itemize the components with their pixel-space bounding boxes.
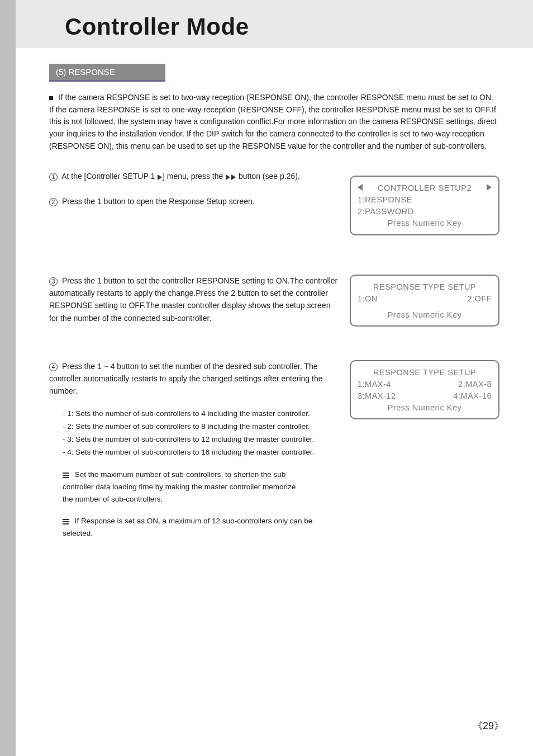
step-number-1-icon: 1 (49, 173, 58, 181)
section-heading: (5) RESPONSE (49, 64, 165, 82)
step-number-2-icon: 2 (49, 198, 58, 206)
substep-1: - 1: Sets the number of sub-controllers … (63, 408, 340, 420)
step-4-text: Press the 1 ~ 4 button to set the number… (49, 362, 323, 396)
lcd1-line2: 2:PASSWORD (358, 206, 492, 218)
step-2: 2 Press the 1 button to open the Respons… (49, 195, 340, 207)
square-bullet-icon (49, 96, 53, 100)
step-3-text: Press the 1 button to set the controller… (49, 276, 337, 323)
lcd3-opt-max4: 1:MAX-4 (358, 379, 391, 390)
lcd-panel-response-max: RESPONSE TYPE SETUP 1:MAX-4 2:MAX-8 3:MA… (350, 360, 499, 419)
step-1: 1 At the [Controller SETUP 1 ] menu, pre… (49, 170, 340, 182)
step-number-4-icon: 4 (49, 363, 58, 371)
substep-3: - 3: Sets the number of sub-controllers … (63, 433, 340, 446)
page-title: Controller Mode (65, 13, 499, 40)
intro-text: If the camera RESPONSE is set to two-way… (49, 93, 497, 150)
lcd1-footer: Press Numeric Key (358, 218, 492, 229)
triangle-left-icon (358, 184, 363, 191)
lcd2-opt-off: 2:OFF (467, 293, 492, 305)
note-1-text: Set the maximum number of sub-controller… (63, 470, 296, 503)
step-number-3-icon: 3 (49, 277, 58, 286)
triangle-right-icon (158, 174, 162, 180)
lcd3-opt-max8: 2:MAX-8 (458, 379, 492, 390)
lcd3-opt-max12: 3:MAX-12 (358, 390, 396, 402)
triangle-right-icon (231, 174, 236, 180)
substep-2: - 2: Sets the number of sub-controllers … (63, 420, 340, 433)
title-bar: Controller Mode (16, 0, 533, 48)
step-3: 3 Press the 1 button to set the controll… (49, 275, 340, 325)
lcd2-opt-on: 1:ON (358, 293, 378, 305)
intro-paragraph: If the camera RESPONSE is set to two-way… (49, 92, 499, 152)
lcd2-footer: Press Numeric Key (358, 309, 492, 321)
lcd-panel-response-onoff: RESPONSE TYPE SETUP 1:ON 2:OFF Press Num… (350, 275, 499, 327)
lcd1-title: CONTROLLER SETUP2 (378, 183, 472, 192)
note-2: If Response is set as ON, a maximum of 1… (63, 515, 340, 539)
substep-list: - 1: Sets the number of sub-controllers … (63, 408, 340, 459)
lcd-panel-setup2: CONTROLLER SETUP2 1:RESPONSE 2:PASSWORD … (350, 176, 499, 235)
triangle-right-icon (226, 174, 230, 180)
page-number: 《29》 (473, 719, 504, 733)
note-2-text: If Response is set as ON, a maximum of 1… (63, 517, 312, 537)
note-icon (63, 472, 69, 478)
lcd3-title: RESPONSE TYPE SETUP (373, 368, 476, 377)
lcd3-opt-max16: 4:MAX-16 (454, 390, 492, 402)
substep-4: - 4: Sets the number of sub-controllers … (63, 446, 340, 459)
step-1-text-a: At the [Controller SETUP 1 (61, 172, 157, 181)
step-1-text-b: ] menu, press the (163, 172, 225, 181)
left-gutter (0, 0, 16, 756)
lcd2-title: RESPONSE TYPE SETUP (373, 282, 476, 291)
note-icon (63, 519, 69, 525)
step-2-text: Press the 1 button to open the Response … (62, 197, 255, 206)
page-number-value: 29 (483, 720, 494, 731)
step-4: 4 Press the 1 ~ 4 button to set the numb… (49, 360, 340, 398)
step-1-text-c: button (see p.26). (236, 172, 300, 181)
note-1: Set the maximum number of sub-controller… (63, 469, 303, 505)
lcd3-footer: Press Numeric Key (358, 402, 492, 414)
triangle-right-icon (487, 184, 492, 191)
lcd1-line1: 1:RESPONSE (358, 194, 492, 206)
